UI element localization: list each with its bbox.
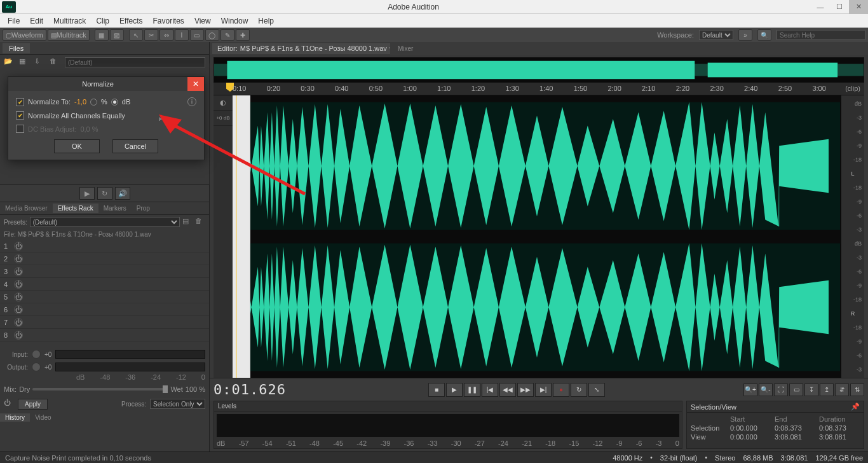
chevron-down-icon[interactable]: ▾ xyxy=(390,45,390,53)
fx-slot-7[interactable]: 7⏻▸ xyxy=(0,316,209,329)
zoom-in-point-icon[interactable]: ↧ xyxy=(804,384,818,396)
zoom-in-icon[interactable]: 🔍+ xyxy=(743,384,757,396)
overview-waveform[interactable] xyxy=(214,57,864,83)
record-button[interactable]: ● xyxy=(553,383,569,397)
mini-loop-button[interactable]: ↻ xyxy=(97,187,112,200)
menu-effects[interactable]: Effects xyxy=(114,15,147,27)
tool-time-select[interactable]: I xyxy=(175,29,189,41)
close-button[interactable]: ✕ xyxy=(849,0,868,14)
view-waveform-button[interactable]: ▢ Waveform xyxy=(3,29,46,41)
timecode-display[interactable]: 0:01.626 xyxy=(214,382,290,397)
presets-select[interactable]: (Default) xyxy=(30,217,180,227)
unit-percent-radio[interactable] xyxy=(90,99,97,106)
zoom-amp-out-icon[interactable]: ⇅ xyxy=(850,384,864,396)
fx-slot-6[interactable]: 6⏻▸ xyxy=(0,303,209,316)
import-icon[interactable]: ⇩ xyxy=(34,57,46,67)
fx-slot-5[interactable]: 5⏻▸ xyxy=(0,291,209,303)
pause-button[interactable]: ❚❚ xyxy=(464,383,480,397)
tool-spectral-freq[interactable]: ▦ xyxy=(95,29,109,41)
fx-slot-4[interactable]: 4⏻▸ xyxy=(0,278,209,291)
mini-autoplay-button[interactable]: 🔊 xyxy=(115,187,130,200)
tab-effects-rack[interactable]: Effects Rack xyxy=(53,204,98,213)
ok-button[interactable]: OK xyxy=(54,139,100,153)
maximize-button[interactable]: ☐ xyxy=(830,0,849,14)
search-help-input[interactable] xyxy=(776,30,865,40)
menu-window[interactable]: Window xyxy=(216,15,254,27)
tool-slip[interactable]: ⇔ xyxy=(159,29,173,41)
mixer-tab[interactable]: Mixer xyxy=(393,44,418,53)
trash-icon[interactable]: 🗑 xyxy=(50,57,61,67)
workspace-options[interactable]: » xyxy=(738,29,752,41)
fx-slot-3[interactable]: 3⏻▸ xyxy=(0,265,209,278)
editor-file-tab[interactable]: Editor: M$ PuP$ & F1ns & T1One - Розы 48… xyxy=(212,43,390,54)
tool-move[interactable]: ↖ xyxy=(129,29,143,41)
menu-edit[interactable]: Edit xyxy=(25,15,48,27)
input-gain-knob[interactable] xyxy=(32,350,41,359)
fx-slot-2[interactable]: 2⏻▸ xyxy=(0,252,209,265)
menu-help[interactable]: Help xyxy=(253,15,279,27)
menu-view[interactable]: View xyxy=(189,15,216,27)
loop-button[interactable]: ↻ xyxy=(571,383,587,397)
stop-button[interactable]: ■ xyxy=(428,383,445,397)
view-multitrack-button[interactable]: ▤ Multitrack xyxy=(48,29,90,41)
menu-clip[interactable]: Clip xyxy=(91,15,114,27)
mix-slider[interactable] xyxy=(32,388,168,390)
tool-heal[interactable]: ✚ xyxy=(236,29,250,41)
cancel-button[interactable]: Cancel xyxy=(112,139,158,153)
preset-delete-icon[interactable]: 🗑 xyxy=(195,217,205,227)
goto-prev-button[interactable]: |◀ xyxy=(482,383,498,397)
tab-media-browser[interactable]: Media Browser xyxy=(0,204,53,213)
menu-multitrack[interactable]: Multitrack xyxy=(48,15,91,27)
zoom-full-icon[interactable]: ⛶ xyxy=(774,384,788,396)
files-filter-input[interactable] xyxy=(65,57,205,67)
dialog-close-button[interactable]: ✕ xyxy=(187,77,204,91)
info-icon[interactable]: i xyxy=(187,97,196,106)
pin-icon[interactable]: 📌 xyxy=(851,403,860,411)
forward-button[interactable]: ▶▶ xyxy=(517,383,534,397)
hud-button[interactable]: ◐ xyxy=(214,95,233,111)
waveform-canvas[interactable] xyxy=(233,95,841,378)
tool-razor[interactable]: ✂ xyxy=(144,29,158,41)
power-icon[interactable]: ⏻ xyxy=(14,318,23,327)
preset-save-icon[interactable]: ▤ xyxy=(182,217,193,227)
rack-power-icon[interactable]: ⏻ xyxy=(4,399,14,409)
equally-checkbox[interactable]: ✔ xyxy=(16,111,24,120)
normalize-to-checkbox[interactable]: ✔ xyxy=(16,98,24,106)
menu-file[interactable]: File xyxy=(3,15,25,27)
power-icon[interactable]: ⏻ xyxy=(14,267,23,276)
tab-history[interactable]: History xyxy=(0,413,30,422)
view-end[interactable]: 3:08.081 xyxy=(775,433,815,441)
apply-button[interactable]: Apply xyxy=(18,399,48,410)
zoom-out-icon[interactable]: 🔍- xyxy=(759,384,773,396)
tool-spectral-pitch[interactable]: ▨ xyxy=(110,29,124,41)
mini-play-button[interactable]: ▶ xyxy=(79,187,95,200)
power-icon[interactable]: ⏻ xyxy=(14,254,23,263)
zoom-out-point-icon[interactable]: ↥ xyxy=(820,384,834,396)
zoom-amp-in-icon[interactable]: ⇵ xyxy=(835,384,849,396)
output-gain-knob[interactable] xyxy=(32,363,41,371)
tool-lasso[interactable]: ◯ xyxy=(205,29,219,41)
sel-dur[interactable]: 0:08.373 xyxy=(819,424,860,432)
sel-end[interactable]: 0:08.373 xyxy=(775,424,815,432)
dc-bias-checkbox[interactable] xyxy=(16,125,24,133)
play-button[interactable]: ▶ xyxy=(446,383,463,397)
fx-slot-1[interactable]: 1⏻▸ xyxy=(0,240,209,252)
workspace-select[interactable]: Default xyxy=(699,30,733,40)
process-select[interactable]: Selection Only xyxy=(150,399,205,409)
tool-marquee[interactable]: ▭ xyxy=(190,29,204,41)
view-dur[interactable]: 3:08.081 xyxy=(819,433,860,441)
power-icon[interactable]: ⏻ xyxy=(14,331,23,340)
open-file-icon[interactable]: 📂 xyxy=(4,57,15,67)
fx-slot-8[interactable]: 8⏻▸ xyxy=(0,329,209,342)
zoom-selection-icon[interactable]: ▭ xyxy=(789,384,803,396)
unit-db-radio[interactable] xyxy=(111,99,118,106)
rewind-button[interactable]: ◀◀ xyxy=(499,383,516,397)
new-file-icon[interactable]: ▦ xyxy=(19,57,31,67)
sel-start[interactable]: 0:00.000 xyxy=(730,424,771,432)
view-start[interactable]: 0:00.000 xyxy=(730,433,771,441)
menu-favorites[interactable]: Favorites xyxy=(148,15,189,27)
power-icon[interactable]: ⏻ xyxy=(14,305,23,314)
tab-video[interactable]: Video xyxy=(30,413,56,422)
tab-properties[interactable]: Prop xyxy=(132,204,155,213)
minimize-button[interactable]: — xyxy=(811,0,830,14)
